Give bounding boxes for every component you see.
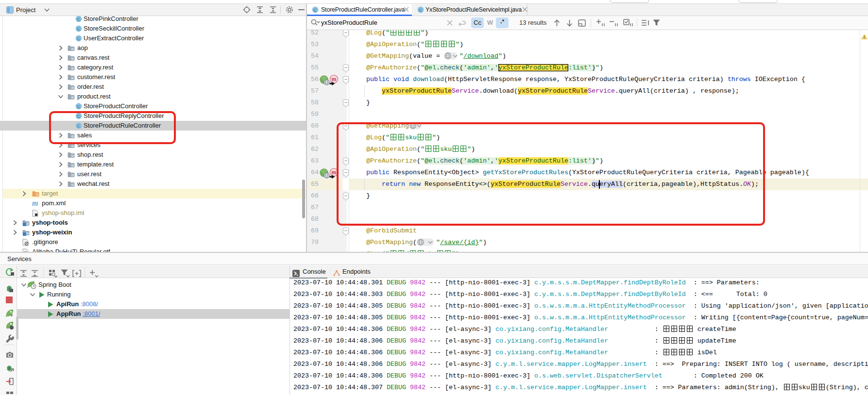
svg-text:C: C [314,7,317,13]
svg-text:C: C [77,104,81,109]
svg-text:C: C [77,36,81,41]
svg-text:C: C [77,16,81,22]
svg-text:C: C [77,26,81,32]
svg-text:m: m [332,169,337,175]
svg-text:m: m [332,76,337,82]
svg-text:C: C [419,7,423,13]
